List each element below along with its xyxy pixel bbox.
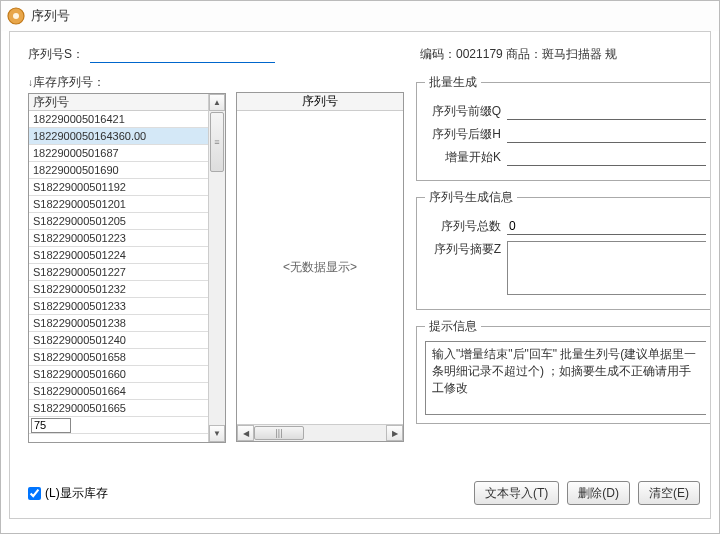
tips-fieldset: 提示信息 输入"增量结束"后"回车" 批量生列号(建议单据里一条明细记录不超过个… [416,318,710,424]
table-row[interactable]: S18229000501238 [29,315,208,332]
summary-textarea[interactable] [507,241,706,295]
serial-input[interactable] [90,45,275,63]
summary-row: 序列号摘要Z [425,241,706,295]
table-row[interactable]: S18229000501223 [29,230,208,247]
table-row[interactable]: S18229000501240 [29,332,208,349]
clear-button[interactable]: 清空(E) [638,481,700,505]
table-row[interactable]: S18229000501232 [29,281,208,298]
table-row[interactable]: S18229000501665 [29,400,208,417]
serial-list-empty: <无数据显示> [237,111,403,424]
serial-list-panel: 序列号 <无数据显示> ◀ ||| ▶ [236,74,404,440]
import-button[interactable]: 文本导入(T) [474,481,559,505]
prefix-row: 序列号前缀Q [425,103,706,120]
table-row[interactable]: S18229000501224 [29,247,208,264]
right-panel: 批量生成 序列号前缀Q 序列号后缀H 增量开始K 序列号生成 [414,74,710,440]
summary-label: 序列号摘要Z [425,241,501,258]
serial-label: 序列号S： [28,46,84,63]
serial-list-header[interactable]: 序列号 [237,93,403,111]
stock-table: 序列号 1822900050164211822900050164360.0018… [28,93,226,443]
stock-table-wrap: 序列号 1822900050164211822900050164360.0018… [29,94,208,442]
prefix-label: 序列号前缀Q [425,103,501,120]
table-row[interactable]: S18229000501233 [29,298,208,315]
content-area: 序列号S： 编码：0021179 商品：斑马扫描器 规 ↓库存序列号： 序列号 … [9,31,711,519]
gen-info-fieldset: 序列号生成信息 序列号总数 0 序列号摘要Z [416,189,710,310]
table-row[interactable]: S18229000501201 [29,196,208,213]
window-title: 序列号 [31,7,70,25]
hscroll-thumb[interactable]: ||| [254,426,304,440]
table-row[interactable]: S18229000501664 [29,383,208,400]
batch-legend: 批量生成 [425,74,481,91]
table-row[interactable]: S18229000501658 [29,349,208,366]
batch-fieldset: 批量生成 序列号前缀Q 序列号后缀H 增量开始K [416,74,710,181]
scroll-left-button[interactable]: ◀ [237,425,254,441]
stock-panel: ↓库存序列号： 序列号 1822900050164211822900050164… [28,74,226,440]
total-row: 序列号总数 0 [425,218,706,235]
stock-column-header[interactable]: 序列号 [29,94,208,111]
total-label: 序列号总数 [425,218,501,235]
gen-info-legend: 序列号生成信息 [425,189,517,206]
scroll-up-button[interactable]: ▲ [209,94,225,111]
bottom-row: (L)显示库存 文本导入(T) 删除(D) 清空(E) [28,478,710,508]
table-row[interactable]: S18229000501660 [29,366,208,383]
scroll-thumb[interactable] [210,112,224,172]
top-row: 序列号S： 编码：0021179 商品：斑马扫描器 规 [28,36,710,72]
scroll-right-button[interactable]: ▶ [386,425,403,441]
start-input[interactable] [507,150,706,166]
suffix-row: 序列号后缀H [425,126,706,143]
table-row[interactable]: S18229000501227 [29,264,208,281]
hscroll-track[interactable] [304,425,386,441]
dialog-window: 序列号 序列号S： 编码：0021179 商品：斑马扫描器 规 ↓库存序列号： … [0,0,720,534]
table-row[interactable]: 1822900050164360.00 [29,128,208,145]
row-filter-input[interactable] [31,418,71,433]
svg-point-1 [13,13,19,19]
table-input-row [29,417,208,434]
table-row[interactable]: S18229000501192 [29,179,208,196]
scroll-down-button[interactable]: ▼ [209,425,225,442]
show-stock-checkbox[interactable]: (L)显示库存 [28,485,108,502]
show-stock-label: (L)显示库存 [45,485,108,502]
table-row[interactable]: 182290005016421 [29,111,208,128]
table-row[interactable]: 18229000501687 [29,145,208,162]
delete-button[interactable]: 删除(D) [567,481,630,505]
serial-hscrollbar: ◀ ||| ▶ [237,424,403,441]
table-row[interactable]: S18229000501205 [29,213,208,230]
start-row: 增量开始K [425,149,706,166]
titlebar: 序列号 [1,1,719,31]
stock-vscrollbar: ▲ ▼ [208,94,225,442]
start-label: 增量开始K [425,149,501,166]
serial-list-box: 序列号 <无数据显示> ◀ ||| ▶ [236,92,404,442]
table-row[interactable]: 18229000501690 [29,162,208,179]
tips-legend: 提示信息 [425,318,481,335]
stock-table-body: 1822900050164211822900050164360.00182290… [29,111,208,434]
main-area: ↓库存序列号： 序列号 1822900050164211822900050164… [28,74,710,440]
stock-header: ↓库存序列号： [28,74,226,91]
prefix-input[interactable] [507,104,706,120]
total-value: 0 [507,219,706,235]
suffix-label: 序列号后缀H [425,126,501,143]
tips-text: 输入"增量结束"后"回车" 批量生列号(建议单据里一条明细记录不超过个) ；如摘… [425,341,706,415]
button-group: 文本导入(T) 删除(D) 清空(E) [474,481,710,505]
suffix-input[interactable] [507,127,706,143]
app-icon [7,7,25,25]
show-stock-input[interactable] [28,487,41,500]
product-info: 编码：0021179 商品：斑马扫描器 规 [420,46,617,63]
